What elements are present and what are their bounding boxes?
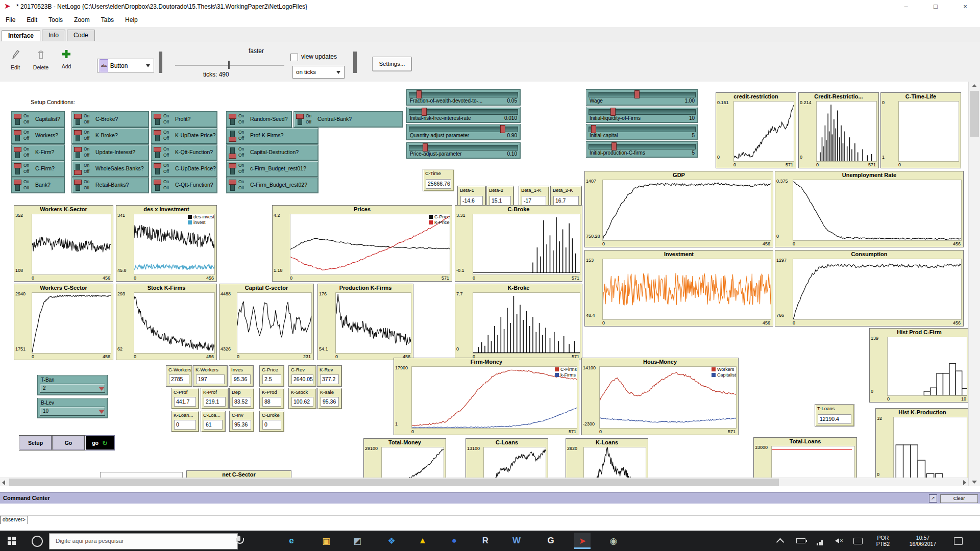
switch-workers[interactable]: OnOffWorkers? [11,128,65,144]
vertical-scroll-thumb[interactable] [970,91,979,137]
taskbar-app-netlogo-icon[interactable]: ➤ [574,533,591,549]
button-go[interactable]: Go [52,435,85,450]
switch-c-firm-budget-rest01[interactable]: OnOffc-Firm_Budget_rest01? [226,161,318,177]
delete-tool-button[interactable]: Delete [30,49,52,70]
switch-central-bank[interactable]: OnOffCentral-Bank? [293,111,403,128]
switch-handle[interactable] [154,180,161,185]
menu-item-zoom[interactable]: Zoom [68,13,95,27]
slider-price-adjust-parameter[interactable]: Price-adjust-parameter0.10 [406,142,521,159]
taskbar-app-rstudio-icon[interactable]: R [477,533,494,549]
taskbar-app-edge-icon[interactable]: e [283,533,300,549]
action-center-icon[interactable] [950,531,966,551]
slider-handle[interactable] [416,90,422,98]
speed-slider-track[interactable] [175,65,284,66]
slider-handle[interactable] [422,108,427,116]
switch-update-interest[interactable]: OnOffUpdate-Interest? [71,144,149,161]
keyboard-icon[interactable] [851,531,865,551]
slider-handle[interactable] [500,125,505,133]
taskbar-app-warning-app-icon[interactable]: ▲ [414,533,431,549]
widget-type-dropdown[interactable]: abc Button [97,59,154,72]
chooser-b-lev[interactable]: B-Lev10 [37,398,108,418]
start-button[interactable] [0,531,24,551]
button-go[interactable]: go↻ [85,435,115,450]
menu-item-tools[interactable]: Tools [43,13,68,27]
vertical-scrollbar[interactable] [968,82,980,486]
taskbar-app-file-explorer-icon[interactable]: ▣ [318,533,334,549]
switch-handle[interactable] [229,180,236,185]
switch-c-update-price[interactable]: OnOffC-UpDate-Price? [151,161,217,177]
switch-k-firm[interactable]: OnOffK-Firm? [11,144,65,161]
switch-c-qtt-function[interactable]: OnOffC-Qtt-Function? [151,177,217,193]
slider-wage[interactable]: Wage1.00 [586,89,698,106]
horizontal-scroll-thumb[interactable] [9,479,779,486]
slider-handle[interactable] [591,125,596,133]
switch-handle[interactable] [14,147,21,152]
switch-profit[interactable]: OnOffProfit? [151,111,217,128]
switch-handle[interactable] [154,163,161,168]
slider-initial-liquidity-of-firms[interactable]: Initial-liquidity-of-Firms10 [586,107,698,123]
switch-handle[interactable] [74,130,82,135]
tab-interface[interactable]: Interface [2,30,40,41]
command-center-output[interactable] [0,504,980,515]
button-setup[interactable]: Setup [19,435,52,450]
switch-k-update-price[interactable]: OnOffK-UpDate-Price? [151,128,217,144]
switch-handle[interactable] [154,147,161,152]
switch-prof-k-firms[interactable]: OnOffProf-K-Firms? [226,128,318,144]
taskbar-app-google-icon[interactable]: G [543,533,559,549]
switch-random-seed[interactable]: OnOffRandom-Seed? [226,111,292,128]
switch-wholesales-banks[interactable]: OnOffWholeSales-Banks? [71,161,149,177]
switch-handle[interactable] [14,114,21,119]
tab-info[interactable]: Info [42,30,65,41]
switch-handle[interactable] [74,147,82,152]
menu-item-file[interactable]: File [0,13,21,27]
chooser-value[interactable]: 2 [40,384,105,393]
switch-capital-destruction[interactable]: OnOffCapital-Destruction? [226,144,318,161]
switch-handle[interactable] [74,114,82,119]
cortana-icon[interactable] [32,536,43,547]
clock[interactable]: 10:5716/06/2017 [899,531,946,551]
scroll-up-icon[interactable] [972,84,977,87]
menu-item-tabs[interactable]: Tabs [95,13,119,27]
edit-tool-button[interactable]: Edit [4,49,27,70]
view-updates-checkbox[interactable] [290,54,298,61]
scroll-down-icon[interactable] [972,481,977,484]
expand-icon[interactable]: ↗ [929,494,937,503]
switch-handle[interactable] [74,170,82,175]
chooser-value[interactable]: 10 [40,407,105,416]
chooser-t-ban[interactable]: T-Ban2 [37,375,108,395]
update-mode-dropdown[interactable]: on ticks [292,66,345,79]
clear-button[interactable]: Clear [940,494,978,503]
switch-retail-banks[interactable]: OnOffRetail-Banks? [71,177,149,193]
close-button[interactable]: × [950,0,980,13]
switch-handle[interactable] [229,163,236,168]
slider-fraction-of-wealth-devoted-to[interactable]: Fraction-of-wealth-devoted-to-...0.05 [406,89,521,106]
slider-handle[interactable] [423,143,428,152]
switch-handle[interactable] [74,180,82,185]
command-input-row[interactable]: observer> [0,515,980,524]
taskbar-app-word-icon[interactable]: W [508,533,525,549]
network-icon[interactable] [814,531,827,551]
scroll-left-icon[interactable] [2,480,5,485]
switch-c-broke[interactable]: OnOffC-Broke? [71,111,149,128]
volume-muted-icon[interactable]: ✕ [832,531,846,551]
menu-item-edit[interactable]: Edit [21,13,43,27]
switch-c-firm-budget-rest02[interactable]: OnOffC-Firm_Budget_rest02? [226,177,318,193]
switch-handle[interactable] [229,114,236,119]
switch-handle[interactable] [296,114,304,119]
switch-handle[interactable] [229,137,236,142]
switch-handle[interactable] [14,180,21,185]
horizontal-scrollbar[interactable] [0,478,968,487]
command-center-header[interactable]: Command Center ↗ Clear [0,492,980,504]
add-widget-button[interactable]: Add [55,48,78,69]
switch-handle[interactable] [229,154,236,159]
slider-initial-risk-free-interest-rate[interactable]: Initial-risk-free-interest-rate0.010 [406,107,521,123]
battery-icon[interactable] [794,531,807,551]
switch-handle[interactable] [14,163,21,168]
taskbar-app-blue-app-icon[interactable]: ● [446,533,462,549]
minimize-button[interactable]: – [891,0,921,13]
microphone-icon[interactable] [234,535,244,546]
maximize-button[interactable]: □ [921,0,950,13]
slider-handle[interactable] [610,108,616,116]
switch-handle[interactable] [154,130,161,135]
speed-slider-handle[interactable] [228,61,230,69]
